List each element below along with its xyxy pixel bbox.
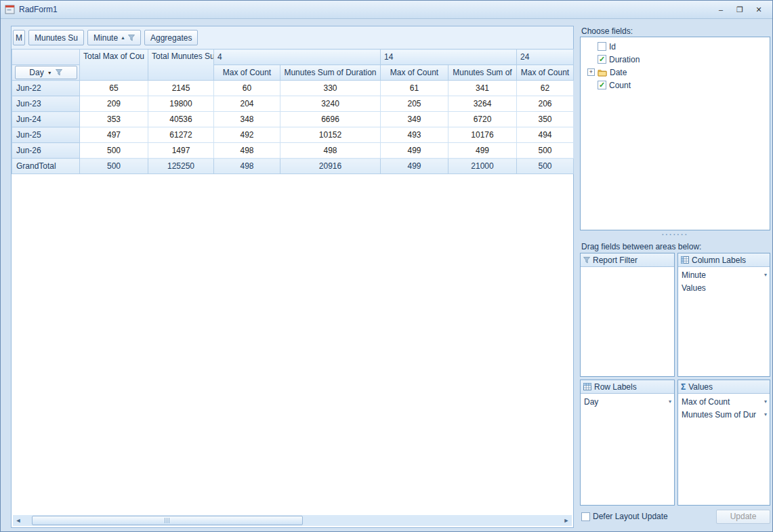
- scrollbar-grip-icon: [165, 518, 170, 523]
- data-cell[interactable]: 62: [517, 81, 574, 96]
- data-cell[interactable]: 349: [381, 112, 448, 127]
- expand-icon[interactable]: +: [587, 68, 595, 76]
- dropdown-arrow-icon[interactable]: ▾: [764, 272, 767, 278]
- data-cell[interactable]: 206: [517, 96, 574, 112]
- scrollbar-thumb[interactable]: [32, 516, 303, 525]
- area-item-label: Values: [682, 283, 706, 293]
- row-header[interactable]: Jun-23: [12, 96, 80, 112]
- aggregates-button[interactable]: Aggregates: [144, 30, 198, 45]
- data-cell[interactable]: 204: [214, 96, 280, 112]
- field-checkbox[interactable]: [598, 42, 606, 51]
- data-cell[interactable]: 61: [381, 81, 448, 96]
- data-cell[interactable]: 3264: [448, 96, 517, 112]
- update-button[interactable]: Update: [716, 510, 770, 524]
- data-cell[interactable]: 498: [214, 143, 280, 159]
- dropdown-arrow-icon[interactable]: ▾: [764, 398, 767, 405]
- field-checkbox[interactable]: ✓: [598, 81, 606, 89]
- sub-header[interactable]: Munutes Sum of Duration: [280, 65, 381, 81]
- close-button[interactable]: ✕: [749, 3, 768, 16]
- field-item-date[interactable]: +Date: [581, 66, 770, 79]
- pivot-grid-panel: M Munutes Su Minute ▲ Aggregates Total M…: [11, 26, 574, 528]
- data-cell[interactable]: 499: [448, 143, 517, 159]
- data-cell[interactable]: 205: [381, 96, 448, 112]
- row-header[interactable]: GrandTotal: [12, 159, 80, 174]
- column-header-total-sum[interactable]: Total Munutes Su: [148, 49, 214, 81]
- data-cell[interactable]: 500: [80, 159, 148, 174]
- field-checkbox[interactable]: ✓: [598, 55, 606, 64]
- data-cell[interactable]: 21000: [448, 159, 517, 174]
- data-cell[interactable]: 348: [214, 112, 280, 127]
- data-cell[interactable]: 500: [517, 159, 574, 174]
- defer-layout-checkbox[interactable]: [581, 512, 590, 521]
- report-filter-area[interactable]: Report Filter: [580, 253, 675, 377]
- sub-header[interactable]: Munutes Sum of: [448, 65, 517, 81]
- data-cell[interactable]: 498: [214, 159, 280, 174]
- data-cell[interactable]: 10176: [448, 127, 517, 143]
- pivot-row: Jun-232091980020432402053264206: [12, 96, 574, 112]
- data-cell[interactable]: 3240: [280, 96, 381, 112]
- data-cell[interactable]: 19800: [148, 96, 214, 112]
- data-cell[interactable]: 65: [80, 81, 148, 96]
- scroll-right-icon[interactable]: ►: [561, 515, 572, 526]
- field-item-count[interactable]: ✓Count: [581, 79, 770, 91]
- data-cell[interactable]: 492: [214, 127, 280, 143]
- data-cell[interactable]: 10152: [280, 127, 381, 143]
- column-group-24[interactable]: 24: [517, 49, 574, 65]
- sub-header[interactable]: Max of Count: [381, 65, 448, 81]
- data-cell[interactable]: 499: [381, 143, 448, 159]
- data-cell[interactable]: 500: [517, 143, 574, 159]
- field-item-id[interactable]: Id: [581, 40, 770, 53]
- data-cell[interactable]: 498: [280, 143, 381, 159]
- area-item[interactable]: Munutes Sum of Dur▾: [678, 408, 770, 421]
- data-cell[interactable]: 330: [280, 81, 381, 96]
- horizontal-scrollbar[interactable]: ◄ ►: [13, 515, 572, 526]
- maximize-button[interactable]: ❐: [730, 3, 749, 16]
- sub-header[interactable]: Max of Count: [517, 65, 574, 81]
- data-cell[interactable]: 61272: [148, 127, 214, 143]
- row-header[interactable]: Jun-25: [12, 127, 80, 143]
- dropdown-arrow-icon[interactable]: ▾: [764, 411, 767, 417]
- data-cell[interactable]: 6696: [280, 112, 381, 127]
- scroll-left-icon[interactable]: ◄: [13, 515, 24, 526]
- row-header[interactable]: Jun-24: [12, 112, 80, 127]
- data-cell[interactable]: 209: [80, 96, 148, 112]
- data-cell[interactable]: 125250: [148, 159, 214, 174]
- report-filter-header: Report Filter: [581, 253, 674, 267]
- area-item[interactable]: Day▾: [581, 395, 674, 408]
- sub-header[interactable]: Max of Count: [214, 65, 280, 81]
- dropdown-arrow-icon[interactable]: ▾: [669, 398, 671, 405]
- data-cell[interactable]: 1497: [148, 143, 214, 159]
- area-item[interactable]: Max of Count▾: [678, 395, 770, 408]
- splitter-handle[interactable]: ·······: [580, 231, 770, 238]
- data-cell[interactable]: 60: [214, 81, 280, 96]
- row-labels-area[interactable]: Row Labels Day▾: [580, 380, 675, 506]
- data-cell[interactable]: 353: [80, 112, 148, 127]
- field-button-munutes-su[interactable]: Munutes Su: [28, 30, 84, 45]
- data-cell[interactable]: 20916: [280, 159, 381, 174]
- data-cell[interactable]: 494: [517, 127, 574, 143]
- values-area[interactable]: Σ Values Max of Count▾Munutes Sum of Dur…: [677, 380, 770, 506]
- data-cell[interactable]: 497: [80, 127, 148, 143]
- data-cell[interactable]: 350: [517, 112, 574, 127]
- data-cell[interactable]: 499: [381, 159, 448, 174]
- column-group-14[interactable]: 14: [381, 49, 517, 65]
- field-item-duration[interactable]: ✓Duration: [581, 53, 770, 66]
- data-cell[interactable]: 40536: [148, 112, 214, 127]
- minimize-button[interactable]: –: [711, 3, 730, 16]
- data-cell[interactable]: 6720: [448, 112, 517, 127]
- area-item[interactable]: Values: [678, 281, 770, 294]
- row-field-selector[interactable]: Day ▼: [15, 66, 77, 79]
- data-cell[interactable]: 2145: [148, 81, 214, 96]
- column-field-button-minute[interactable]: Minute ▲: [87, 30, 141, 45]
- row-labels-corner: Day ▼: [12, 65, 80, 81]
- row-header[interactable]: Jun-26: [12, 143, 80, 159]
- row-header[interactable]: Jun-22: [12, 81, 80, 96]
- field-button-partial[interactable]: M: [13, 30, 25, 45]
- data-cell[interactable]: 500: [80, 143, 148, 159]
- column-header-total-max[interactable]: Total Max of Cou: [80, 49, 148, 81]
- column-labels-area[interactable]: Column Labels Minute▾Values: [677, 253, 770, 377]
- data-cell[interactable]: 341: [448, 81, 517, 96]
- column-group-4[interactable]: 4: [214, 49, 381, 65]
- data-cell[interactable]: 493: [381, 127, 448, 143]
- area-item[interactable]: Minute▾: [678, 268, 770, 281]
